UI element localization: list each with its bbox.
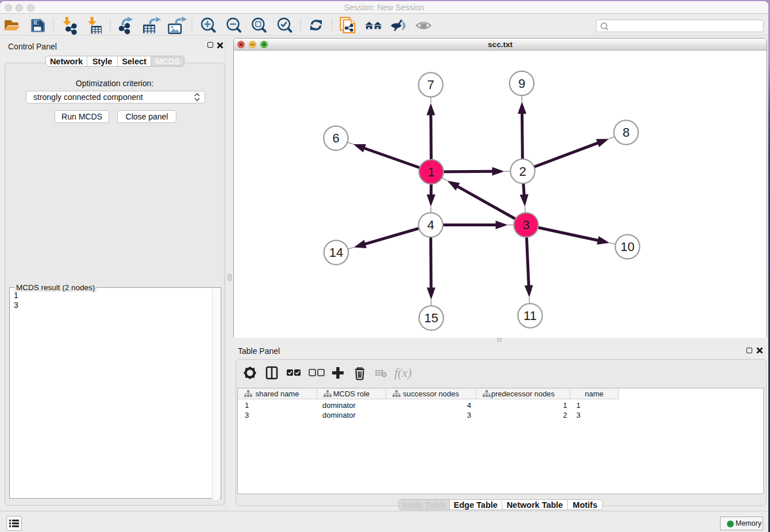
- svg-text:6: 6: [332, 131, 339, 145]
- svg-text:14: 14: [329, 245, 343, 260]
- svg-text:8: 8: [622, 125, 629, 140]
- svg-text:9: 9: [518, 76, 525, 91]
- svg-text:15: 15: [424, 311, 438, 325]
- svg-text:3: 3: [522, 218, 529, 232]
- svg-text:2: 2: [519, 164, 526, 179]
- svg-text:10: 10: [621, 240, 634, 254]
- svg-text:11: 11: [523, 309, 537, 323]
- svg-text:f(x): f(x): [394, 365, 412, 380]
- svg-text:1: 1: [428, 165, 434, 179]
- svg-text:4: 4: [427, 218, 434, 232]
- svg-text:7: 7: [427, 78, 434, 92]
